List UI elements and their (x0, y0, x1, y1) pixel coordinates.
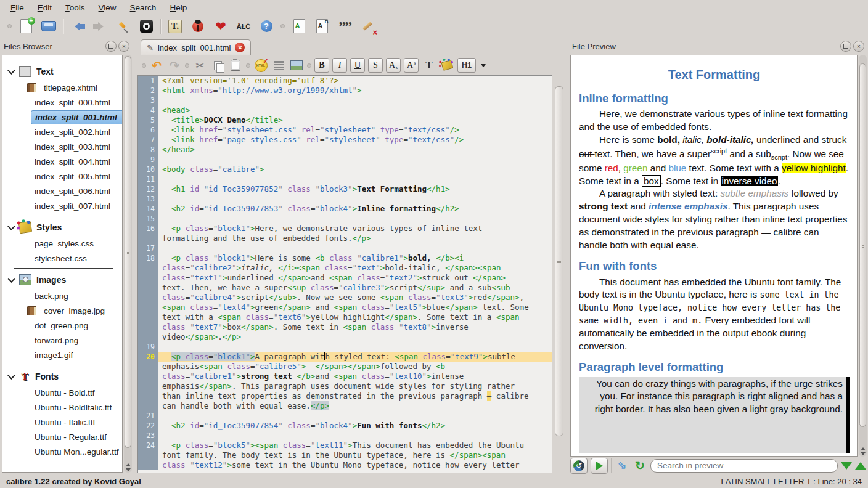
arrange-files-button[interactable]: A (290, 18, 308, 35)
menu-item-edit[interactable]: Edit (31, 1, 59, 14)
code-line[interactable]: 13 (138, 194, 552, 204)
code-line[interactable]: than inline text properties as demonstra… (138, 391, 552, 401)
forward-button[interactable] (92, 18, 109, 35)
code-line[interactable]: 4<head> (138, 105, 552, 115)
code-line[interactable]: text with a <span class="text6">yellow h… (138, 312, 552, 322)
scroll-up-icon[interactable] (861, 447, 866, 450)
code-line[interactable]: 11 (138, 174, 552, 184)
bookmark-button[interactable] (115, 18, 132, 35)
file-item[interactable]: Ubuntu - Bold.ttf (2, 385, 122, 400)
find-previous-icon[interactable] (855, 462, 866, 470)
refresh-preview-button[interactable]: ↻ (633, 458, 647, 473)
find-next-icon[interactable] (841, 462, 852, 470)
heading-style-dropdown[interactable]: H1 (457, 58, 476, 73)
file-item[interactable]: titlepage.xhtml (2, 80, 122, 95)
code-line[interactable]: formatting and the use of embedded fonts… (138, 234, 552, 243)
scrollbar-thumb[interactable] (555, 86, 563, 436)
run-preview-button[interactable] (591, 458, 608, 474)
auto-reload-button[interactable]: ↺ (570, 458, 588, 474)
code-line[interactable]: 12 <h1 id="id_Toc359077852" class="block… (138, 184, 552, 194)
files-section-images[interactable]: Images (2, 271, 122, 288)
tab-index-split-001[interactable]: ✎ index_split_001.html × (141, 39, 251, 55)
donate-button[interactable]: ❤ (212, 18, 229, 35)
files-scrollbar[interactable] (124, 55, 132, 473)
file-item[interactable]: page_styles.css (2, 236, 122, 251)
code-line[interactable]: 19 (138, 342, 552, 352)
code-line[interactable]: emphasis<span class="calibre5"> </span><… (138, 362, 552, 372)
code-line[interactable]: class="calibre4">script</sub>. Now we se… (138, 293, 552, 303)
file-item[interactable]: dot_green.png (2, 318, 122, 333)
code-line[interactable]: 18 <p class="block1">Here is some <b cla… (138, 253, 552, 263)
editor-scrollbar[interactable] (554, 75, 564, 473)
code-line[interactable]: 17 (138, 243, 552, 253)
file-item[interactable]: index_split_005.html (2, 169, 122, 184)
help-button[interactable]: ? (258, 18, 275, 35)
file-item[interactable]: Ubuntu - Italic.ttf (2, 415, 122, 429)
preview-document[interactable]: Text FormattingInline formattingHere, we… (570, 55, 858, 457)
sync-position-button[interactable]: ⇘ (615, 458, 629, 473)
subscript-button[interactable]: As (386, 58, 401, 73)
menu-item-tools[interactable]: Tools (59, 1, 92, 14)
scroll-up-icon[interactable] (126, 463, 131, 466)
file-item[interactable]: index_split_001.html (2, 110, 122, 124)
files-section-text[interactable]: Text (2, 63, 122, 80)
file-item[interactable]: forward.png (2, 333, 122, 348)
code-line[interactable]: 10<body class="calibre"> (138, 165, 552, 174)
code-line[interactable]: 7 <link href="page_styles.css" rel="styl… (138, 135, 552, 145)
beautify-button[interactable] (271, 58, 286, 73)
file-item[interactable]: index_split_000.html (2, 95, 122, 110)
menu-item-search[interactable]: Search (123, 1, 163, 14)
code-line[interactable]: class="text1">underlined </span>and <spa… (138, 273, 552, 283)
menu-item-view[interactable]: View (92, 1, 123, 14)
italic-button[interactable]: I (332, 58, 347, 73)
file-item[interactable]: index_split_006.html (2, 184, 122, 198)
float-panel-button[interactable] (840, 41, 851, 52)
code-line[interactable]: can handle both with equal ease.</p> (138, 401, 552, 411)
code-line[interactable]: 24 <p class="block5"><span class="text11… (138, 441, 552, 450)
redo-button[interactable]: ↷ (167, 58, 182, 73)
scrollbar-thumb[interactable] (859, 63, 866, 427)
file-item[interactable]: Ubuntu Mon...egular.ttf (2, 444, 122, 459)
tab-close-button[interactable]: × (235, 43, 245, 52)
spellcheck-button[interactable]: ÅŁČ (235, 18, 252, 35)
scroll-down-icon[interactable] (861, 452, 866, 455)
back-button[interactable] (69, 18, 86, 35)
superscript-button[interactable]: As (404, 58, 419, 73)
edit-toc-button[interactable]: T. (166, 18, 184, 35)
code-line[interactable]: 6 <link href="stylesheet.css" rel="style… (138, 125, 552, 135)
code-line[interactable]: 8</head> (138, 145, 552, 155)
code-line[interactable]: 1<?xml version='1.0' encoding='utf-8'?> (138, 76, 552, 86)
code-line[interactable]: 14 <h2 id="id_Toc359077853" class="block… (138, 204, 552, 214)
insert-special-character-button[interactable]: T (422, 58, 436, 73)
file-item[interactable]: image1.gif (2, 348, 122, 362)
check-book-button[interactable] (189, 18, 207, 35)
copy-button[interactable] (210, 58, 225, 73)
code-line[interactable]: 9 (138, 155, 552, 165)
fix-html-button[interactable]: HTML✓ (253, 58, 268, 73)
chevron-down-icon[interactable] (481, 64, 486, 67)
paste-button[interactable] (228, 58, 243, 73)
compare-button[interactable]: AB (313, 18, 330, 35)
code-line[interactable]: 23 (138, 431, 552, 441)
code-line[interactable]: 16 <p class="block1">Here, we demonstrat… (138, 224, 552, 234)
preview-scrollbar[interactable] (859, 55, 867, 457)
code-editor[interactable]: 1<?xml version='1.0' encoding='utf-8'?>2… (137, 75, 552, 473)
scroll-down-icon[interactable] (126, 468, 131, 471)
file-item[interactable]: index_split_003.html (2, 139, 122, 154)
calibre-button[interactable] (137, 18, 155, 35)
scrollbar-thumb[interactable] (125, 56, 131, 448)
code-line[interactable]: emphasis</span>. This paragraph uses doc… (138, 381, 552, 391)
code-line[interactable]: class="text7">box</span>. Some text in <… (138, 322, 552, 332)
menu-item-file[interactable]: File (4, 1, 31, 14)
color-scheme-button[interactable] (440, 58, 454, 73)
file-item[interactable]: cover_image.jpg (2, 303, 122, 318)
search-in-preview-input[interactable] (650, 459, 838, 473)
new-file-button[interactable]: + (17, 18, 35, 35)
strikethrough-button[interactable]: S (368, 58, 383, 73)
files-section-styles[interactable]: Styles (2, 219, 122, 236)
save-button[interactable] (40, 18, 57, 35)
file-item[interactable]: index_split_002.html (2, 124, 122, 139)
code-line[interactable]: class="calibre1">strong text </b>and <sp… (138, 372, 552, 381)
file-item[interactable]: back.png (2, 288, 122, 303)
code-line[interactable]: 15 (138, 214, 552, 224)
